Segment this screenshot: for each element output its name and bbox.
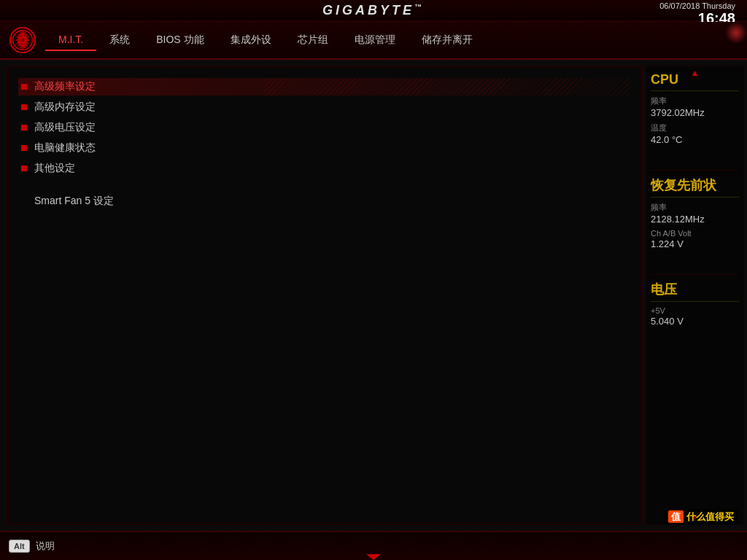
bullet-icon xyxy=(21,145,27,151)
bullet-icon xyxy=(21,104,27,110)
restore-volt-value: 1.224 V xyxy=(651,238,739,249)
menu-label-voltage: 高级电压设定 xyxy=(34,121,96,134)
brand-name: GIGABYTE xyxy=(322,3,414,18)
corner-accent xyxy=(725,22,747,44)
menu-item-health[interactable]: 电脑健康状态 xyxy=(18,139,630,157)
hatch-decoration xyxy=(263,78,630,96)
voltage-label: +5V xyxy=(651,306,739,315)
content-panel: 高级频率设定 高级内存设定 高级电压设定 电脑健康状态 其他设定 Smart xyxy=(6,66,643,525)
nav-system[interactable]: 系统 xyxy=(96,29,143,51)
bullet-icon xyxy=(21,166,27,171)
sidebar-divider-2 xyxy=(651,274,739,275)
brand-title: GIGABYTE™ xyxy=(322,3,425,18)
nav-bios[interactable]: BIOS 功能 xyxy=(143,29,217,51)
menu-label-other: 其他设定 xyxy=(34,162,75,175)
nav-power[interactable]: 电源管理 xyxy=(341,29,409,51)
restore-title: 恢复先前状 xyxy=(651,176,739,198)
bullet-icon xyxy=(21,84,27,90)
restore-volt-label: Ch A/B Volt xyxy=(651,229,739,238)
nav-integrated[interactable]: 集成外设 xyxy=(217,29,285,51)
cpu-temp-label: 温度 xyxy=(651,122,739,133)
cpu-freq-label: 频率 xyxy=(651,96,739,106)
gear-icon xyxy=(7,25,38,55)
restore-section: 恢复先前状 频率 2128.12MHz Ch A/B Volt 1.224 V xyxy=(651,176,739,254)
bottom-triangle-decoration xyxy=(366,554,381,560)
watermark-text: 什么值得买 xyxy=(686,511,734,522)
date-display: 06/07/2018 Thursday xyxy=(659,1,735,10)
smart-fan-label: Smart Fan 5 设定 xyxy=(34,195,114,206)
nav-bar: M.I.T. 系统 BIOS 功能 集成外设 芯片组 电源管理 储存并离开 xyxy=(0,22,747,60)
nav-mit[interactable]: M.I.T. xyxy=(45,29,96,51)
watermark-icon: 值 xyxy=(668,510,684,523)
voltage-value: 5.040 V xyxy=(651,316,739,327)
restore-freq-value: 2128.12MHz xyxy=(651,214,739,225)
restore-freq-label: 频率 xyxy=(651,202,739,213)
header-bar: GIGABYTE™ 06/07/2018 Thursday 16:48 xyxy=(0,0,747,22)
menu-item-voltage[interactable]: 高级电压设定 xyxy=(18,119,630,136)
sidebar-panel: ▲ CPU 频率 3792.02MHz 温度 42.0 °C 恢复先前状 频率 … xyxy=(646,66,744,525)
menu-label-health: 电脑健康状态 xyxy=(34,141,96,155)
smart-fan-item[interactable]: Smart Fan 5 设定 xyxy=(34,195,630,208)
menu-label-memory: 高级内存设定 xyxy=(34,101,96,114)
nav-save-exit[interactable]: 储存并离开 xyxy=(409,29,486,51)
menu-item-other[interactable]: 其他设定 xyxy=(18,160,630,177)
menu-label-freq: 高级频率设定 xyxy=(34,80,96,93)
nav-chipset[interactable]: 芯片组 xyxy=(285,29,341,51)
bottom-bar: Alt 说明 xyxy=(0,531,747,560)
trademark: ™ xyxy=(414,3,425,11)
main-area: 高级频率设定 高级内存设定 高级电压设定 电脑健康状态 其他设定 Smart xyxy=(0,60,747,531)
sidebar-divider-1 xyxy=(651,170,739,171)
alt-key-badge: Alt xyxy=(9,540,30,553)
bullet-icon xyxy=(21,125,27,131)
voltage-title: 电压 xyxy=(651,281,739,302)
cpu-section: CPU 频率 3792.02MHz 温度 42.0 °C xyxy=(651,72,739,149)
cpu-temp-value: 42.0 °C xyxy=(651,134,739,145)
cpu-freq-value: 3792.02MHz xyxy=(651,107,739,118)
menu-item-memory[interactable]: 高级内存设定 xyxy=(18,98,630,116)
voltage-section: 电压 +5V 5.040 V xyxy=(651,281,739,331)
description-label: 说明 xyxy=(36,540,55,553)
menu-item-freq[interactable]: 高级频率设定 xyxy=(18,78,630,96)
svg-point-3 xyxy=(20,38,25,42)
watermark: 值什么值得买 xyxy=(664,509,738,525)
scroll-up-arrow[interactable]: ▲ xyxy=(691,68,700,78)
